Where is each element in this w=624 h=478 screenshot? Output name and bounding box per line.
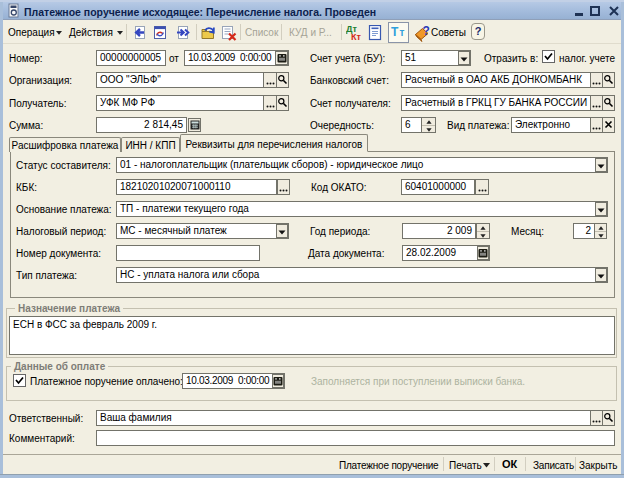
svg-text:Т: Т bbox=[391, 25, 399, 39]
svg-text:?: ? bbox=[423, 24, 430, 38]
svg-text:т: т bbox=[400, 27, 405, 38]
svg-text:Кт: Кт bbox=[351, 32, 361, 41]
